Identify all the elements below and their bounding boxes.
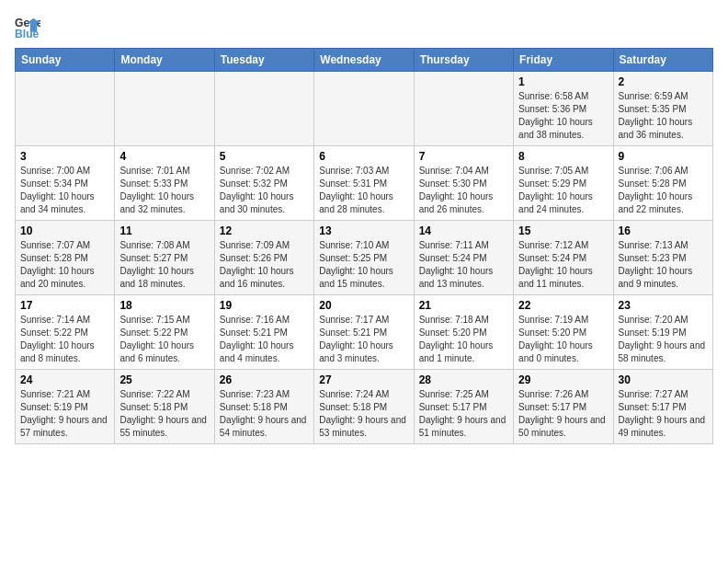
day-number: 15 [518, 224, 608, 237]
day-number: 4 [119, 150, 209, 163]
day-info: Sunrise: 7:16 AM Sunset: 5:21 PM Dayligh… [220, 314, 309, 365]
day-cell: 13Sunrise: 7:10 AM Sunset: 5:25 PM Dayli… [314, 221, 414, 295]
day-number: 25 [119, 373, 209, 386]
day-number: 26 [220, 373, 309, 386]
day-cell: 11Sunrise: 7:08 AM Sunset: 5:27 PM Dayli… [115, 221, 214, 295]
day-number: 18 [119, 299, 209, 312]
day-number: 13 [319, 224, 408, 237]
day-info: Sunrise: 7:27 AM Sunset: 5:17 PM Dayligh… [619, 388, 708, 440]
day-info: Sunrise: 7:00 AM Sunset: 5:34 PM Dayligh… [20, 165, 109, 216]
day-cell: 18Sunrise: 7:15 AM Sunset: 5:22 PM Dayli… [115, 295, 214, 370]
day-cell: 17Sunrise: 7:14 AM Sunset: 5:22 PM Dayli… [16, 295, 115, 370]
day-info: Sunrise: 7:08 AM Sunset: 5:27 PM Dayligh… [119, 239, 209, 291]
day-number: 29 [518, 373, 608, 386]
day-number: 3 [20, 150, 109, 163]
day-cell: 12Sunrise: 7:09 AM Sunset: 5:26 PM Dayli… [214, 221, 313, 295]
day-info: Sunrise: 7:11 AM Sunset: 5:24 PM Dayligh… [419, 239, 508, 291]
day-info: Sunrise: 7:14 AM Sunset: 5:22 PM Dayligh… [20, 314, 109, 365]
day-info: Sunrise: 7:06 AM Sunset: 5:28 PM Dayligh… [619, 165, 708, 216]
day-number: 21 [419, 299, 508, 312]
day-cell: 7Sunrise: 7:04 AM Sunset: 5:30 PM Daylig… [414, 146, 513, 221]
day-cell: 6Sunrise: 7:03 AM Sunset: 5:31 PM Daylig… [314, 146, 414, 221]
day-number: 20 [319, 299, 408, 312]
day-cell: 28Sunrise: 7:25 AM Sunset: 5:17 PM Dayli… [414, 370, 513, 444]
day-number: 11 [119, 224, 209, 237]
day-info: Sunrise: 7:09 AM Sunset: 5:26 PM Dayligh… [220, 239, 309, 291]
day-cell: 5Sunrise: 7:02 AM Sunset: 5:32 PM Daylig… [214, 146, 313, 221]
day-cell: 22Sunrise: 7:19 AM Sunset: 5:20 PM Dayli… [514, 295, 613, 370]
day-number: 1 [518, 75, 608, 88]
day-info: Sunrise: 7:24 AM Sunset: 5:18 PM Dayligh… [319, 388, 408, 440]
day-info: Sunrise: 7:22 AM Sunset: 5:18 PM Dayligh… [119, 388, 209, 440]
day-cell [414, 72, 513, 146]
day-info: Sunrise: 7:12 AM Sunset: 5:24 PM Dayligh… [518, 239, 608, 291]
day-number: 12 [220, 224, 309, 237]
week-row-5: 24Sunrise: 7:21 AM Sunset: 5:19 PM Dayli… [16, 370, 713, 444]
header-row: SundayMondayTuesdayWednesdayThursdayFrid… [16, 49, 713, 72]
day-cell [16, 72, 115, 146]
day-cell: 2Sunrise: 6:59 AM Sunset: 5:35 PM Daylig… [613, 72, 712, 146]
day-info: Sunrise: 7:23 AM Sunset: 5:18 PM Dayligh… [220, 388, 309, 440]
day-number: 30 [619, 373, 708, 386]
day-number: 14 [419, 224, 508, 237]
day-cell: 4Sunrise: 7:01 AM Sunset: 5:33 PM Daylig… [115, 146, 214, 221]
day-number: 7 [419, 150, 508, 163]
day-number: 6 [319, 150, 408, 163]
column-header-tuesday: Tuesday [214, 49, 313, 72]
day-info: Sunrise: 7:10 AM Sunset: 5:25 PM Dayligh… [319, 239, 408, 291]
day-cell: 21Sunrise: 7:18 AM Sunset: 5:20 PM Dayli… [414, 295, 513, 370]
day-number: 23 [619, 299, 708, 312]
week-row-3: 10Sunrise: 7:07 AM Sunset: 5:28 PM Dayli… [16, 221, 713, 295]
day-number: 2 [619, 75, 708, 88]
logo-icon: General Blue [15, 15, 40, 40]
day-number: 22 [518, 299, 608, 312]
day-number: 10 [20, 224, 109, 237]
day-number: 17 [20, 299, 109, 312]
day-cell: 30Sunrise: 7:27 AM Sunset: 5:17 PM Dayli… [613, 370, 712, 444]
day-cell: 23Sunrise: 7:20 AM Sunset: 5:19 PM Dayli… [613, 295, 712, 370]
day-cell: 8Sunrise: 7:05 AM Sunset: 5:29 PM Daylig… [514, 146, 613, 221]
column-header-thursday: Thursday [414, 49, 513, 72]
calendar-table: SundayMondayTuesdayWednesdayThursdayFrid… [15, 48, 713, 444]
day-number: 9 [619, 150, 708, 163]
day-info: Sunrise: 7:19 AM Sunset: 5:20 PM Dayligh… [518, 314, 608, 365]
column-header-saturday: Saturday [613, 49, 712, 72]
day-cell [115, 72, 214, 146]
day-cell: 10Sunrise: 7:07 AM Sunset: 5:28 PM Dayli… [16, 221, 115, 295]
day-cell: 14Sunrise: 7:11 AM Sunset: 5:24 PM Dayli… [414, 221, 513, 295]
day-number: 28 [419, 373, 508, 386]
day-cell: 24Sunrise: 7:21 AM Sunset: 5:19 PM Dayli… [16, 370, 115, 444]
day-cell: 20Sunrise: 7:17 AM Sunset: 5:21 PM Dayli… [314, 295, 414, 370]
day-cell: 25Sunrise: 7:22 AM Sunset: 5:18 PM Dayli… [115, 370, 214, 444]
week-row-4: 17Sunrise: 7:14 AM Sunset: 5:22 PM Dayli… [16, 295, 713, 370]
column-header-friday: Friday [514, 49, 613, 72]
day-cell: 9Sunrise: 7:06 AM Sunset: 5:28 PM Daylig… [613, 146, 712, 221]
day-info: Sunrise: 7:15 AM Sunset: 5:22 PM Dayligh… [119, 314, 209, 365]
day-number: 24 [20, 373, 109, 386]
day-info: Sunrise: 7:01 AM Sunset: 5:33 PM Dayligh… [119, 165, 209, 216]
day-info: Sunrise: 7:21 AM Sunset: 5:19 PM Dayligh… [20, 388, 109, 440]
day-info: Sunrise: 7:17 AM Sunset: 5:21 PM Dayligh… [319, 314, 408, 365]
day-cell: 15Sunrise: 7:12 AM Sunset: 5:24 PM Dayli… [514, 221, 613, 295]
day-info: Sunrise: 7:02 AM Sunset: 5:32 PM Dayligh… [220, 165, 309, 216]
day-info: Sunrise: 7:18 AM Sunset: 5:20 PM Dayligh… [419, 314, 508, 365]
day-cell: 1Sunrise: 6:58 AM Sunset: 5:36 PM Daylig… [514, 72, 613, 146]
day-cell: 19Sunrise: 7:16 AM Sunset: 5:21 PM Dayli… [214, 295, 313, 370]
day-info: Sunrise: 6:58 AM Sunset: 5:36 PM Dayligh… [518, 90, 608, 142]
day-cell: 26Sunrise: 7:23 AM Sunset: 5:18 PM Dayli… [214, 370, 313, 444]
column-header-sunday: Sunday [16, 49, 115, 72]
day-number: 16 [619, 224, 708, 237]
day-info: Sunrise: 7:20 AM Sunset: 5:19 PM Dayligh… [619, 314, 708, 365]
day-cell [314, 72, 414, 146]
day-number: 8 [518, 150, 608, 163]
day-info: Sunrise: 7:07 AM Sunset: 5:28 PM Dayligh… [20, 239, 109, 291]
day-info: Sunrise: 7:13 AM Sunset: 5:23 PM Dayligh… [619, 239, 708, 291]
day-cell: 16Sunrise: 7:13 AM Sunset: 5:23 PM Dayli… [613, 221, 712, 295]
column-header-monday: Monday [115, 49, 214, 72]
day-info: Sunrise: 7:25 AM Sunset: 5:17 PM Dayligh… [419, 388, 508, 440]
day-info: Sunrise: 7:04 AM Sunset: 5:30 PM Dayligh… [419, 165, 508, 216]
page-header: General Blue [15, 15, 713, 40]
week-row-1: 1Sunrise: 6:58 AM Sunset: 5:36 PM Daylig… [16, 72, 713, 146]
day-number: 27 [319, 373, 408, 386]
day-cell: 29Sunrise: 7:26 AM Sunset: 5:17 PM Dayli… [514, 370, 613, 444]
